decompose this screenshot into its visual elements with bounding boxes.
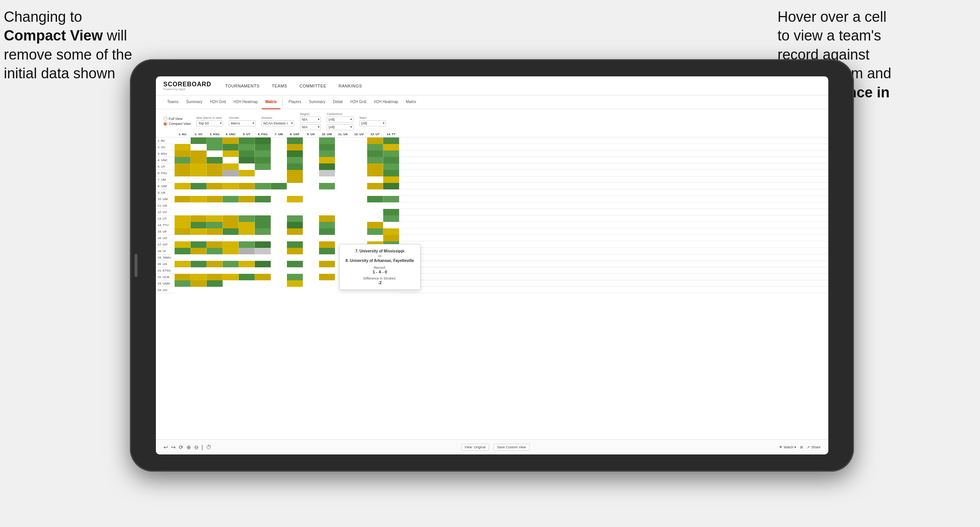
cell[interactable] [207,215,223,222]
cell[interactable] [239,202,255,209]
cell[interactable] [351,163,367,170]
tab-h2h-grid-players[interactable]: H2H Grid [347,95,370,109]
cell[interactable] [319,202,335,209]
cell[interactable] [367,196,383,202]
region-dropdown[interactable]: N/A [300,116,321,123]
tab-summary-teams[interactable]: Summary [182,95,206,109]
cell[interactable] [175,274,191,280]
nav-committee[interactable]: COMMITTEE [297,82,329,90]
cell[interactable] [271,274,287,280]
cell[interactable] [239,241,255,248]
cell[interactable] [303,254,319,261]
cell[interactable] [255,261,271,267]
cell[interactable] [351,209,367,215]
cell[interactable] [335,189,351,196]
cell[interactable] [207,170,223,176]
cell[interactable] [319,196,335,202]
cell[interactable] [175,189,191,196]
cell[interactable] [175,241,191,248]
cell[interactable] [303,248,319,254]
cell[interactable] [255,274,271,280]
cell[interactable] [271,235,287,241]
cell[interactable] [303,287,319,293]
team-dropdown[interactable]: (All) [359,120,386,126]
cell[interactable] [223,157,239,163]
cell[interactable] [223,274,239,280]
reset-icon[interactable]: ⟳ [179,444,183,450]
cell[interactable] [175,215,191,222]
cell[interactable] [239,163,255,170]
cell[interactable] [367,144,383,150]
tab-teams[interactable]: Teams [164,95,182,109]
cell[interactable] [223,137,239,144]
cell[interactable] [255,170,271,176]
cell[interactable] [271,150,287,157]
cell[interactable] [191,183,207,189]
cell[interactable] [207,209,223,215]
cell[interactable] [319,241,335,248]
cell[interactable] [223,254,239,261]
cell[interactable] [287,150,303,157]
cell[interactable] [239,280,255,287]
cell[interactable] [239,287,255,293]
cell[interactable] [175,254,191,261]
cell[interactable] [271,189,287,196]
cell[interactable] [223,163,239,170]
region-dropdown2[interactable]: N/A [300,124,321,130]
cell[interactable] [351,157,367,163]
cell[interactable] [255,228,271,235]
cell[interactable] [255,183,271,189]
cell[interactable] [191,235,207,241]
cell[interactable] [319,261,335,267]
cell[interactable] [207,261,223,267]
cell[interactable] [319,215,335,222]
cell[interactable] [383,157,399,163]
cell[interactable] [287,228,303,235]
cell[interactable] [367,235,383,241]
cell[interactable] [175,280,191,287]
tab-players[interactable]: Players [285,95,305,109]
cell[interactable] [287,196,303,202]
cell[interactable] [335,209,351,215]
cell[interactable] [367,170,383,176]
cell[interactable] [303,183,319,189]
cell[interactable] [191,228,207,235]
watch-button[interactable]: 👁 Watch ▾ [779,445,796,449]
cell[interactable] [239,196,255,202]
cell[interactable] [239,144,255,150]
nav-teams[interactable]: TEAMS [269,82,289,90]
cell[interactable] [207,280,223,287]
cell[interactable] [351,196,367,202]
cell[interactable] [367,163,383,170]
cell[interactable] [255,137,271,144]
cell[interactable] [303,157,319,163]
cell[interactable] [287,209,303,215]
view-original-button[interactable]: View: Original [461,444,489,451]
cell[interactable] [191,189,207,196]
cell[interactable] [191,209,207,215]
cell[interactable] [351,215,367,222]
cell[interactable] [271,241,287,248]
cell[interactable] [367,209,383,215]
cell[interactable] [351,150,367,157]
cell[interactable] [287,202,303,209]
cell[interactable] [383,183,399,189]
cell[interactable] [239,235,255,241]
cell[interactable] [239,267,255,274]
cell[interactable] [207,241,223,248]
cell[interactable] [223,209,239,215]
cell[interactable] [223,280,239,287]
cell[interactable] [303,235,319,241]
cell[interactable] [255,176,271,183]
cell[interactable] [207,196,223,202]
cell[interactable] [175,137,191,144]
cell[interactable] [191,150,207,157]
cell[interactable] [367,202,383,209]
cell[interactable] [207,163,223,170]
cell[interactable] [287,137,303,144]
cell[interactable] [383,228,399,235]
save-custom-view-button[interactable]: Save Custom View [494,444,530,451]
cell[interactable] [303,150,319,157]
cell[interactable] [287,170,303,176]
tab-summary-players[interactable]: Summary [305,95,329,109]
